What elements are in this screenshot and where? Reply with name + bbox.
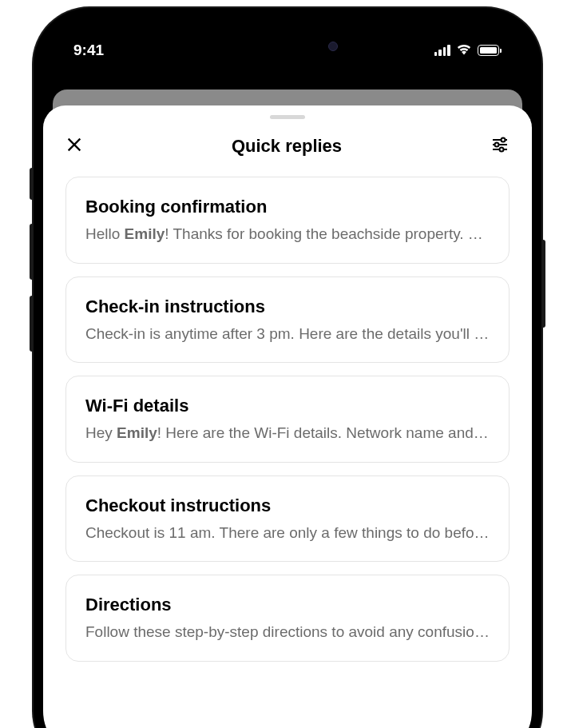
quick-reply-card-check-in-instructions[interactable]: Check-in instructions Check-in is anytim…: [65, 276, 510, 364]
phone-power-button: [541, 240, 545, 328]
sheet-title: Quick replies: [232, 136, 342, 157]
close-button[interactable]: [65, 136, 83, 157]
card-preview: Follow these step-by-step directions to …: [85, 622, 490, 643]
phone-frame: 9:41: [34, 8, 541, 728]
status-time: 9:41: [73, 42, 104, 59]
sheet-grabber[interactable]: [270, 115, 305, 119]
settings-button[interactable]: [490, 135, 510, 157]
battery-icon: [478, 45, 502, 56]
dynamic-island: [228, 30, 347, 62]
quick-reply-card-checkout-instructions[interactable]: Checkout instructions Checkout is 11 am.…: [65, 475, 510, 563]
card-title: Directions: [85, 595, 490, 615]
camera-dot: [328, 42, 338, 51]
card-title: Checkout instructions: [85, 495, 490, 516]
card-preview: Checkout is 11 am. There are only a few …: [85, 523, 490, 544]
wifi-icon: [456, 42, 472, 59]
card-preview: Hey Emily! Here are the Wi-Fi details. N…: [85, 423, 490, 444]
svg-point-3: [495, 143, 499, 147]
quick-reply-card-directions[interactable]: Directions Follow these step-by-step dir…: [65, 575, 510, 662]
phone-volume-down: [30, 296, 34, 352]
phone-silence-switch: [30, 168, 34, 200]
quick-reply-card-booking-confirmation[interactable]: Booking confirmation Hello Emily! Thanks…: [65, 177, 510, 264]
quick-replies-sheet: Quick replies Booking confirmation: [43, 105, 532, 728]
cellular-signal-icon: [434, 45, 450, 56]
phone-screen: 9:41: [43, 18, 532, 728]
card-title: Wi-Fi details: [85, 396, 490, 416]
card-title: Booking confirmation: [85, 197, 490, 217]
quick-reply-list[interactable]: Booking confirmation Hello Emily! Thanks…: [43, 177, 532, 662]
svg-point-1: [502, 138, 506, 142]
sheet-header: Quick replies: [43, 135, 532, 177]
card-title: Check-in instructions: [85, 296, 490, 317]
phone-volume-up: [30, 224, 34, 280]
status-indicators: [434, 42, 502, 59]
quick-reply-card-wifi-details[interactable]: Wi-Fi details Hey Emily! Here are the Wi…: [65, 376, 510, 463]
card-preview: Hello Emily! Thanks for booking the beac…: [85, 224, 490, 245]
svg-point-5: [500, 148, 504, 152]
card-preview: Check-in is anytime after 3 pm. Here are…: [85, 324, 490, 345]
